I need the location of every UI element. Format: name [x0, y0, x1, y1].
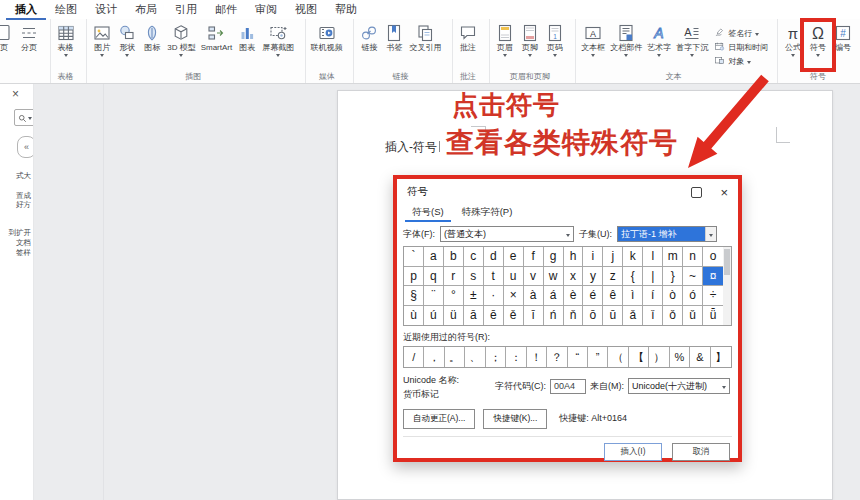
ribbon-tab-设计[interactable]: 设计	[86, 0, 126, 20]
symbol-cell[interactable]: ǎ	[623, 306, 643, 326]
recent-symbol-cell[interactable]: ；	[486, 347, 506, 367]
ribbon-tab-引用[interactable]: 引用	[166, 0, 206, 20]
symbol-cell[interactable]: ī	[524, 306, 544, 326]
recent-symbol-cell[interactable]: 【	[629, 347, 649, 367]
ribbon-button-屏幕截图[interactable]: 屏幕截图	[260, 22, 296, 57]
symbol-cell[interactable]: ò	[663, 286, 683, 306]
ribbon-button-页眉[interactable]: 页眉	[493, 22, 517, 57]
symbol-cell[interactable]: f	[524, 247, 544, 267]
recent-symbol-cell[interactable]: 】	[711, 347, 731, 367]
recent-symbol-cell[interactable]: ”	[588, 347, 608, 367]
symbol-cell[interactable]: ÷	[703, 286, 723, 306]
symbol-cell[interactable]: u	[504, 267, 524, 287]
ribbon-button-日期和时间[interactable]: 日期和时间	[714, 41, 768, 54]
recent-symbol-cell[interactable]: “	[568, 347, 588, 367]
symbol-cell[interactable]: ê	[603, 286, 623, 306]
dialog-tab-特殊字符(P)[interactable]: 特殊字符(P)	[455, 204, 520, 222]
symbol-cell[interactable]: ¨	[424, 286, 444, 306]
font-combo[interactable]: (普通文本)	[440, 226, 574, 242]
symbol-cell[interactable]: ×	[504, 286, 524, 306]
autocorrect-button[interactable]: 自动更正(A)...	[403, 409, 475, 429]
ribbon-button-编号[interactable]: #编号	[831, 22, 855, 52]
symbol-cell[interactable]: `	[404, 247, 424, 267]
symbol-cell[interactable]: c	[464, 247, 484, 267]
ribbon-button-文档部件[interactable]: 文档部件	[608, 22, 644, 57]
recent-symbol-cell[interactable]: /	[404, 347, 424, 367]
symbol-cell[interactable]: e	[504, 247, 524, 267]
recent-symbol-cell[interactable]: 。	[445, 347, 465, 367]
cancel-button[interactable]: 取消	[672, 443, 730, 461]
symbol-cell[interactable]: ū	[603, 306, 623, 326]
symbol-cell[interactable]: w	[544, 267, 564, 287]
ribbon-button-图标[interactable]: 图标	[140, 22, 164, 52]
dialog-tab-符号(S)[interactable]: 符号(S)	[405, 204, 451, 222]
ribbon-button-首字下沉[interactable]: A首字下沉	[674, 22, 710, 57]
symbol-cell[interactable]: ě	[504, 306, 524, 326]
recent-symbol-cell[interactable]: ）	[649, 347, 669, 367]
ribbon-tab-审阅[interactable]: 审阅	[246, 0, 286, 20]
symbol-cell[interactable]: ǐ	[643, 306, 663, 326]
from-combo[interactable]: Unicode(十六进制)	[628, 378, 730, 394]
symbol-cell[interactable]: x	[564, 267, 584, 287]
recent-symbol-cell[interactable]: ：	[506, 347, 526, 367]
symbol-cell[interactable]: b	[444, 247, 464, 267]
symbol-cell[interactable]: ú	[424, 306, 444, 326]
ribbon-button-3D 模型[interactable]: 3D 模型	[165, 22, 197, 57]
ribbon-button-符号[interactable]: Ω符号	[806, 22, 830, 57]
pane-close-icon[interactable]: ×	[12, 87, 19, 101]
symbol-cell[interactable]: i	[583, 247, 603, 267]
close-icon[interactable]: ×	[720, 186, 728, 199]
pane-search-input[interactable]	[14, 109, 34, 126]
symbol-cell[interactable]: °	[444, 286, 464, 306]
symbol-cell[interactable]: ǒ	[663, 306, 683, 326]
symbol-cell[interactable]: a	[424, 247, 444, 267]
symbol-cell[interactable]: é	[583, 286, 603, 306]
symbol-cell[interactable]: {	[623, 267, 643, 287]
symbol-cell[interactable]: j	[603, 247, 623, 267]
ribbon-button-图表[interactable]: 图表	[235, 22, 259, 52]
ribbon-tab-帮助[interactable]: 帮助	[326, 0, 366, 20]
subset-combo[interactable]: 拉丁语-1 增补	[617, 226, 717, 242]
ribbon-button-SmartArt[interactable]: SmartArt	[199, 22, 235, 52]
ribbon-button-签名行[interactable]: 签名行	[714, 27, 768, 40]
ribbon-tab-视图[interactable]: 视图	[286, 0, 326, 20]
ribbon-button-页脚[interactable]: 页脚	[518, 22, 542, 57]
recent-symbol-cell[interactable]: ！	[527, 347, 547, 367]
ribbon-button-书签[interactable]: 书签	[382, 22, 406, 52]
symbol-cell[interactable]: g	[544, 247, 564, 267]
symbol-cell[interactable]: ń	[544, 306, 564, 326]
ribbon-button-联机视频[interactable]: 联机视频	[309, 22, 345, 52]
ribbon-button-链接[interactable]: 链接	[357, 22, 381, 52]
ribbon-button-文本框[interactable]: A文本框	[579, 22, 607, 57]
ribbon-tab-插入[interactable]: 插入	[6, 0, 46, 20]
symbol-cell[interactable]: y	[583, 267, 603, 287]
ribbon-button-分页[interactable]: 分页	[17, 22, 41, 52]
symbol-cell[interactable]: ü	[444, 306, 464, 326]
symbol-cell[interactable]: ±	[464, 286, 484, 306]
symbol-cell[interactable]: r	[444, 267, 464, 287]
symbol-cell[interactable]: n	[683, 247, 703, 267]
symbol-cell[interactable]: ù	[404, 306, 424, 326]
symbol-cell[interactable]: ó	[683, 286, 703, 306]
recent-symbol-cell[interactable]: ，	[424, 347, 444, 367]
ribbon-button-批注[interactable]: 批注	[456, 22, 480, 52]
symbol-cell[interactable]: ì	[623, 286, 643, 306]
symbol-cell[interactable]: à	[524, 286, 544, 306]
symbol-cell[interactable]: o	[703, 247, 723, 267]
ribbon-button-交叉引用[interactable]: 交叉引用	[407, 22, 443, 52]
symbol-cell[interactable]: ~	[683, 267, 703, 287]
ribbon-tab-邮件[interactable]: 邮件	[206, 0, 246, 20]
symbol-cell[interactable]: ē	[484, 306, 504, 326]
symbol-cell[interactable]: ·	[484, 286, 504, 306]
ribbon-tab-布局[interactable]: 布局	[126, 0, 166, 20]
ribbon-button-表格[interactable]: 表格	[54, 22, 78, 57]
recent-symbol-cell[interactable]: %	[670, 347, 690, 367]
scrollbar-thumb[interactable]	[724, 249, 730, 275]
charcode-input[interactable]: 00A4	[550, 379, 586, 394]
ribbon-button-页[interactable]: 页	[0, 22, 16, 52]
symbol-cell[interactable]: d	[484, 247, 504, 267]
shortcut-key-button[interactable]: 快捷键(K)...	[483, 409, 547, 429]
symbol-cell[interactable]: ā	[464, 306, 484, 326]
symbol-cell[interactable]: á	[544, 286, 564, 306]
ribbon-tab-绘图[interactable]: 绘图	[46, 0, 86, 20]
